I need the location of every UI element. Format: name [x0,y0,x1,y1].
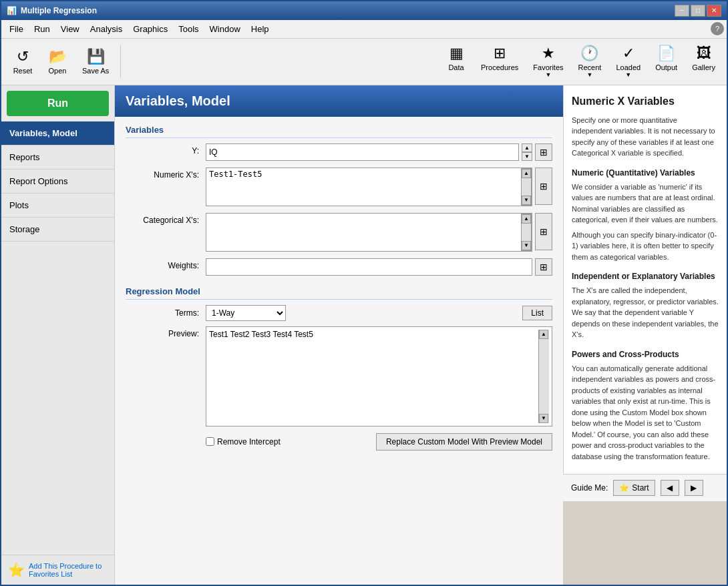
recent-button[interactable]: 🕐 Recent ▼ [572,41,608,81]
open-icon: 📂 [49,48,67,65]
y-label: Y: [126,143,206,156]
sidebar-item-plots[interactable]: Plots [1,194,114,218]
menu-file[interactable]: File [4,22,29,36]
numeric-x-scroll-down[interactable]: ▼ [522,196,531,205]
favorites-dropdown-icon: ▼ [545,71,551,78]
reset-label: Reset [13,67,33,75]
y-input[interactable] [206,143,519,161]
gallery-icon: 🖼 [697,45,711,62]
weights-input[interactable] [206,258,532,276]
weights-label: Weights: [126,258,206,270]
loaded-button[interactable]: ✓ Loaded ▼ [610,41,647,81]
procedures-label: Procedures [481,63,518,71]
replace-model-button[interactable]: Replace Custom Model With Preview Model [376,433,552,451]
help-intro: Specify one or more quantitative indepen… [572,115,719,159]
run-button[interactable]: Run [7,91,109,116]
menu-view[interactable]: View [55,22,85,36]
categorical-x-input[interactable] [206,214,521,251]
sidebar-item-reports[interactable]: Reports [1,145,114,170]
output-label: Output [655,63,677,71]
help-text-binary: Although you can specify binary-indicato… [572,230,719,263]
sidebar-item-storage[interactable]: Storage [1,218,114,242]
sidebar-footer[interactable]: ⭐ Add This Procedure to Favorites List [1,555,114,585]
save-as-button[interactable]: 💾 Save As [76,45,115,78]
guide-back-button[interactable]: ◀ [661,480,679,496]
output-button[interactable]: 📄 Output [649,41,683,81]
menu-tools[interactable]: Tools [173,22,204,36]
reset-button[interactable]: ↺ Reset [7,45,39,78]
favorites-button[interactable]: ★ Favorites ▼ [527,41,569,81]
help-title: Numeric X Variables [572,93,719,109]
close-button[interactable]: ✕ [707,5,721,17]
output-icon: 📄 [657,45,675,62]
terms-select[interactable]: 1-Way 2-Way 3-Way Custom [206,305,286,321]
preview-content: Test1 Test2 Test3 Test4 Test5 [209,330,538,423]
data-label: Data [448,63,464,71]
numeric-x-scrollbar: ▲ ▼ [521,168,532,206]
weights-input-wrap: ⊞ [206,258,552,276]
list-button[interactable]: List [522,306,552,320]
menu-window[interactable]: Window [204,22,246,36]
help-panel: Numeric X Variables Specify one or more … [563,85,727,475]
terms-row: Terms: 1-Way 2-Way 3-Way Custom List [126,305,552,321]
favorites-footer-text: Add This Procedure to Favorites List [29,562,108,578]
preview-label: Preview: [126,326,206,338]
variables-section: Variables Y: ▲ ▼ ⊞ [126,125,552,276]
title-bar: 📊 Multiple Regression ─ □ ✕ [1,1,727,20]
preview-row: Preview: Test1 Test2 Test3 Test4 Test5 ▲… [126,326,552,426]
categorical-x-scrollbar: ▲ ▼ [521,214,532,251]
preview-box: Test1 Test2 Test3 Test4 Test5 ▲ ▼ [206,326,552,426]
data-button[interactable]: ▦ Data [440,41,472,81]
help-circle-button[interactable]: ? [711,22,724,35]
y-spin-down[interactable]: ▼ [522,152,532,161]
numeric-x-scroll-up[interactable]: ▲ [522,169,531,178]
recent-dropdown-icon: ▼ [587,71,593,78]
procedures-icon: ⊞ [494,45,506,62]
numeric-x-select-button[interactable]: ⊞ [535,168,552,205]
maximize-button[interactable]: □ [691,5,705,17]
save-icon: 💾 [87,48,105,65]
sidebar-item-report-options[interactable]: Report Options [1,170,114,194]
star-icon: ⭐ [8,562,25,578]
y-field-row: Y: ▲ ▼ ⊞ [126,143,552,161]
y-select-button[interactable]: ⊞ [535,143,552,161]
open-button[interactable]: 📂 Open [41,45,73,78]
remove-intercept-text: Remove Intercept [217,437,281,447]
variables-section-title: Variables [126,125,552,138]
categorical-x-scroll-down[interactable]: ▼ [522,241,531,250]
guide-start-label: Start [632,483,649,493]
guide-start-button[interactable]: ⭐ Start [613,480,655,496]
weights-select-button[interactable]: ⊞ [535,258,552,276]
panel-header: Variables, Model [115,85,563,117]
preview-scroll-down[interactable]: ▼ [539,414,548,423]
sidebar: Run Variables, Model Reports Report Opti… [1,85,115,585]
guide-forward-button[interactable]: ▶ [685,480,703,496]
remove-intercept-checkbox[interactable] [206,437,214,446]
menu-help[interactable]: Help [246,22,275,36]
preview-scroll-up[interactable]: ▲ [539,330,548,339]
menu-run[interactable]: Run [29,22,55,36]
procedures-button[interactable]: ⊞ Procedures [475,41,524,81]
numeric-x-input[interactable]: Test1-Test5 [206,168,521,206]
categorical-x-select-button[interactable]: ⊞ [535,213,552,250]
numeric-x-field-row: Numeric X's: Test1-Test5 ▲ ▼ ⊞ [126,168,552,206]
window-title: Multiple Regression [21,6,97,15]
minimize-button[interactable]: ─ [675,5,689,17]
gallery-button[interactable]: 🖼 Gallery [686,41,721,81]
sidebar-item-variables-model[interactable]: Variables, Model [1,121,114,145]
categorical-x-scroll-up[interactable]: ▲ [522,214,531,224]
favorites-label: Favorites [533,63,563,71]
guide-footer: Guide Me: ⭐ Start ◀ ▶ [563,474,727,501]
regression-section-title: Regression Model [126,286,552,300]
categorical-x-input-wrap: ▲ ▼ ⊞ [206,213,552,252]
y-input-wrap: ▲ ▼ ⊞ [206,143,552,161]
menu-graphics[interactable]: Graphics [128,22,173,36]
numeric-x-input-wrap: Test1-Test5 ▲ ▼ ⊞ [206,168,552,206]
y-spin-up[interactable]: ▲ [522,143,532,152]
menu-analysis[interactable]: Analysis [85,22,128,36]
menu-bar: File Run View Analysis Graphics Tools Wi… [1,20,727,39]
sidebar-nav: Variables, Model Reports Report Options … [1,121,114,555]
guide-me-label: Guide Me: [571,483,608,493]
data-icon: ▦ [449,45,464,62]
bottom-row: Remove Intercept Replace Custom Model Wi… [206,433,552,451]
